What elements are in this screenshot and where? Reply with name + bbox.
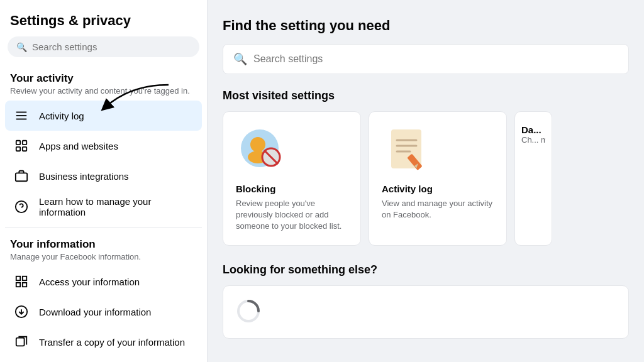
svg-rect-5 bbox=[16, 147, 20, 151]
cards-row: Blocking Review people you've previously… bbox=[223, 111, 629, 246]
sidebar-item-learn-manage[interactable]: Learn how to manage your information bbox=[5, 191, 202, 222]
divider-1 bbox=[5, 228, 202, 228]
apps-websites-icon bbox=[11, 136, 31, 156]
sidebar-item-download-information[interactable]: Download your information bbox=[5, 297, 202, 327]
sidebar-item-transfer-copy[interactable]: Transfer a copy of your information bbox=[5, 327, 202, 357]
activity-log-card-desc: View and manage your activity on Faceboo… bbox=[382, 198, 494, 221]
main-search-input[interactable] bbox=[253, 53, 618, 65]
sidebar-item-apps-websites-label: Apps and websites bbox=[39, 141, 118, 151]
transfer-copy-icon bbox=[11, 332, 31, 352]
svg-rect-13 bbox=[23, 283, 26, 287]
your-information-header: Your information bbox=[5, 233, 202, 252]
svg-rect-10 bbox=[16, 277, 20, 280]
sidebar-search-input[interactable] bbox=[32, 41, 191, 52]
main-search-bar[interactable]: 🔍 bbox=[223, 44, 629, 74]
sidebar-item-off-facebook[interactable]: Off-Facebook activity bbox=[5, 357, 202, 362]
activity-log-card-icon bbox=[382, 124, 432, 175]
svg-point-23 bbox=[250, 137, 265, 152]
sidebar-item-business-integrations[interactable]: Business integrations bbox=[5, 161, 202, 191]
card-blocking[interactable]: Blocking Review people you've previously… bbox=[223, 111, 361, 246]
sidebar-item-access-information[interactable]: Access your information bbox=[5, 266, 202, 297]
looking-spinner-icon bbox=[236, 299, 261, 326]
partial-card-desc: Ch... mo... bbox=[521, 135, 545, 145]
svg-rect-16 bbox=[16, 338, 25, 346]
your-activity-header: Your activity bbox=[5, 67, 202, 86]
svg-rect-11 bbox=[23, 277, 26, 280]
activity-log-card-title: Activity log bbox=[382, 184, 494, 194]
sidebar-item-download-information-label: Download your information bbox=[39, 307, 151, 317]
most-visited-title: Most visited settings bbox=[223, 89, 629, 102]
card-activity-log[interactable]: Activity log View and manage your activi… bbox=[369, 111, 507, 246]
svg-rect-12 bbox=[16, 283, 20, 287]
sidebar-item-business-integrations-label: Business integrations bbox=[39, 171, 129, 182]
sidebar-search-bar[interactable]: 🔍 bbox=[8, 36, 199, 57]
svg-rect-4 bbox=[23, 141, 26, 145]
your-activity-subtitle: Review your activity and content you're … bbox=[5, 86, 202, 101]
blocking-card-icon bbox=[236, 124, 286, 175]
sidebar-item-transfer-copy-label: Transfer a copy of your information bbox=[39, 337, 185, 348]
main-content: Find the setting you need 🔍 Most visited… bbox=[208, 0, 644, 362]
sidebar-item-activity-log[interactable]: Activity log bbox=[5, 101, 202, 131]
main-search-icon: 🔍 bbox=[233, 52, 247, 66]
sidebar-item-access-information-label: Access your information bbox=[39, 277, 140, 287]
business-integrations-icon bbox=[11, 166, 31, 186]
partial-card-title: Da... bbox=[521, 124, 545, 135]
svg-rect-7 bbox=[16, 173, 27, 181]
activity-log-icon bbox=[11, 106, 31, 126]
sidebar-title: Settings & privacy bbox=[5, 10, 202, 36]
sidebar: Settings & privacy 🔍 Your activity Revie… bbox=[0, 0, 208, 362]
sidebar-item-activity-log-label: Activity log bbox=[39, 111, 84, 121]
your-information-subtitle: Manage your Facebook information. bbox=[5, 252, 202, 266]
download-information-icon bbox=[11, 302, 31, 322]
svg-rect-6 bbox=[23, 147, 26, 151]
access-information-icon bbox=[11, 272, 31, 292]
learn-manage-icon bbox=[11, 197, 31, 217]
card-partial[interactable]: Da... Ch... mo... bbox=[514, 111, 552, 246]
main-title: Find the setting you need bbox=[223, 18, 629, 34]
blocking-card-desc: Review people you've previously blocked … bbox=[236, 198, 348, 233]
svg-rect-3 bbox=[16, 141, 20, 145]
sidebar-item-learn-manage-label: Learn how to manage your information bbox=[39, 196, 196, 217]
looking-title: Looking for something else? bbox=[223, 263, 629, 277]
blocking-card-title: Blocking bbox=[236, 184, 348, 194]
looking-card[interactable] bbox=[223, 285, 629, 339]
sidebar-item-apps-websites[interactable]: Apps and websites bbox=[5, 131, 202, 161]
sidebar-search-icon: 🔍 bbox=[16, 42, 27, 52]
